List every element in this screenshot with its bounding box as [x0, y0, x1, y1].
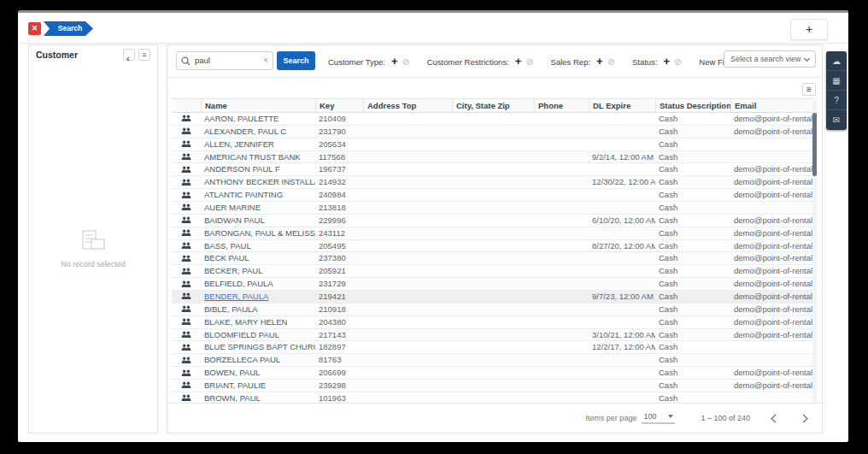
table-row[interactable]: ANTHONY BECKER INSTALLATION INC. 214932 …	[172, 176, 814, 189]
table-row[interactable]: AARON, PAULETTE 210409 Cash demo@point-o…	[172, 113, 814, 126]
add-filter-icon[interactable]: +	[663, 57, 670, 66]
help-icon[interactable]: ?	[826, 91, 847, 110]
customer-type-cell	[172, 344, 201, 351]
table-row[interactable]: BELFIELD, PAULA 231729 Cash demo@point-o…	[172, 278, 814, 291]
table-row[interactable]: ANDERSON PAUL F 196737 Cash demo@point-o…	[172, 163, 814, 176]
name-cell[interactable]: AUER MARINE	[201, 202, 315, 214]
customer-type-cell	[172, 357, 201, 364]
table-row[interactable]: BASS, PAUL 205495 8/27/20, 12:00 AM Cash…	[172, 240, 814, 253]
name-cell[interactable]: BLOOMFIELD PAUL	[201, 329, 315, 341]
customer-type-cell	[172, 369, 201, 377]
column-header-address[interactable]: Address Top	[363, 99, 452, 112]
add-filter-icon[interactable]: +	[515, 57, 522, 66]
name-cell[interactable]: BASS, PAUL	[201, 240, 315, 252]
name-cell[interactable]: BRIANT, PAULIE	[201, 380, 315, 392]
tab-bar: ✕ Search +	[18, 13, 848, 44]
table-row[interactable]: ALLEN, JENNIFER 205634 Cash	[172, 139, 814, 151]
table-row[interactable]: BLAKE, MARY HELEN 204380 Cash demo@point…	[172, 316, 814, 329]
column-header-name[interactable]: Name	[201, 99, 315, 112]
collapse-panel-button[interactable]	[123, 49, 135, 61]
name-cell[interactable]: ALEXANDER, PAUL C	[201, 126, 315, 138]
name-cell[interactable]: BECKER, PAUL	[201, 265, 315, 277]
name-cell[interactable]: BLAKE, MARY HELEN	[201, 316, 315, 328]
calendar-grid-icon[interactable]: ▦	[826, 71, 847, 91]
filter-label: Customer Restrictions:	[427, 57, 509, 67]
dl-expire-cell: 6/10/20, 12:00 AM	[589, 215, 655, 227]
table-row[interactable]: BOWEN, PAUL 206699 Cash demo@point-of-re…	[172, 367, 814, 380]
table-row[interactable]: BENDER, PAULA 219421 9/7/23, 12:00 AM Ca…	[172, 291, 814, 304]
exclude-filter-icon[interactable]: ⊘	[607, 57, 615, 66]
table-row[interactable]: BRIANT, PAULIE 239298 Cash demo@point-of…	[172, 380, 814, 392]
table-row[interactable]: AUER MARINE 213818 Cash	[172, 202, 814, 215]
mail-icon[interactable]: ✉	[826, 110, 847, 130]
panel-menu-button[interactable]: ≡	[138, 49, 150, 61]
search-view-select-value: Select a search view	[730, 55, 801, 63]
search-button[interactable]: Search	[277, 51, 315, 70]
exclude-filter-icon[interactable]: ⊘	[674, 57, 682, 66]
column-header-city[interactable]: City, State Zip	[452, 99, 534, 112]
add-tab-button[interactable]: +	[790, 19, 828, 40]
name-cell[interactable]: BARONGAN, PAUL & MELISSA	[201, 227, 315, 239]
name-cell[interactable]: BIBLE, PAULA	[201, 304, 315, 315]
customer-panel-title: Customer	[36, 50, 78, 60]
customer-type-cell	[172, 153, 201, 161]
email-cell: demo@point-of-rental.com	[730, 176, 814, 188]
name-cell[interactable]: BLUE SPRINGS BAPT CHURCH	[201, 341, 315, 353]
people-icon	[181, 305, 191, 313]
name-cell[interactable]: BENDER, PAULA	[201, 291, 315, 303]
customer-type-cell	[172, 318, 201, 326]
column-header-key[interactable]: Key	[315, 99, 363, 112]
table-row[interactable]: BARONGAN, PAUL & MELISSA 243112 Cash dem…	[172, 227, 814, 240]
name-cell[interactable]: BOWEN, PAUL	[201, 367, 315, 379]
add-filter-icon[interactable]: +	[596, 57, 603, 66]
name-cell[interactable]: AMERICAN TRUST BANK	[201, 151, 315, 163]
status-cell: Cash	[655, 227, 730, 239]
column-header-email[interactable]: Email	[730, 99, 814, 112]
people-icon	[181, 216, 191, 224]
exclude-filter-icon[interactable]: ⊘	[402, 57, 409, 66]
items-per-page-select[interactable]: 100	[642, 412, 675, 424]
search-view-select[interactable]: Select a search view	[724, 50, 816, 68]
table-row[interactable]: ALEXANDER, PAUL C 231790 Cash demo@point…	[172, 126, 814, 139]
table-row[interactable]: BIBLE, PAULA 210918 Cash demo@point-of-r…	[172, 304, 814, 316]
table-row[interactable]: BECKER, PAUL 205921 Cash demo@point-of-r…	[172, 265, 814, 278]
name-cell[interactable]: BORZELLECA PAUL	[201, 354, 315, 366]
search-input[interactable]: paul ×	[176, 51, 273, 70]
previous-page-button[interactable]	[771, 414, 780, 422]
email-cell: demo@point-of-rental.com	[730, 316, 814, 328]
tab-search[interactable]: Search	[44, 21, 93, 36]
key-cell: 210918	[315, 304, 363, 315]
table-row[interactable]: BLOOMFIELD PAUL 217143 3/10/21, 12:00 AM…	[172, 329, 814, 342]
table-row[interactable]: AMERICAN TRUST BANK 117568 9/2/14, 12:00…	[172, 151, 814, 164]
cloud-icon[interactable]: ☁	[826, 51, 847, 71]
name-cell[interactable]: BELFIELD, PAULA	[201, 278, 315, 290]
table-row[interactable]: BECK PAUL 237380 Cash demo@point-of-rent…	[172, 252, 814, 265]
table-row[interactable]: BAIDWAN PAUL 229996 6/10/20, 12:00 AM Ca…	[172, 215, 814, 227]
column-header-phone[interactable]: Phone	[534, 99, 589, 112]
name-cell[interactable]: BROWN, PAUL	[201, 392, 315, 403]
table-row[interactable]: BLUE SPRINGS BAPT CHURCH 182897 12/2/17,…	[172, 341, 814, 354]
name-cell[interactable]: AARON, PAULETTE	[201, 113, 315, 125]
name-cell[interactable]: ALLEN, JENNIFER	[201, 139, 315, 150]
table-row[interactable]: BORZELLECA PAUL 81763 Cash	[172, 354, 814, 367]
table-row[interactable]: BROWN, PAUL 101963 Cash	[172, 392, 814, 403]
table-row[interactable]: ATLANTIC PAINTING 240984 Cash demo@point…	[172, 189, 814, 202]
table-scrollbar-thumb[interactable]	[812, 113, 817, 176]
name-cell[interactable]: ANTHONY BECKER INSTALLATION INC.	[201, 176, 315, 188]
email-cell: demo@point-of-rental.com	[730, 278, 814, 290]
chevron-down-icon	[804, 56, 810, 62]
name-cell[interactable]: ANDERSON PAUL F	[201, 163, 315, 175]
add-filter-icon[interactable]: +	[391, 57, 398, 66]
column-header-dl-expire[interactable]: DL Expire	[589, 99, 655, 112]
column-options-button[interactable]: ≡	[802, 83, 816, 96]
name-cell[interactable]: ATLANTIC PAINTING	[201, 189, 315, 201]
next-page-button[interactable]	[800, 414, 808, 422]
column-header-status[interactable]: Status Description	[655, 99, 730, 112]
name-cell[interactable]: BECK PAUL	[201, 252, 315, 264]
name-cell[interactable]: BAIDWAN PAUL	[201, 215, 315, 227]
clear-search-icon[interactable]: ×	[263, 56, 268, 65]
exclude-filter-icon[interactable]: ⊘	[525, 57, 533, 66]
close-tab-button[interactable]: ✕	[28, 22, 41, 35]
key-cell: 229996	[315, 215, 363, 227]
email-cell: demo@point-of-rental.com	[730, 291, 814, 303]
